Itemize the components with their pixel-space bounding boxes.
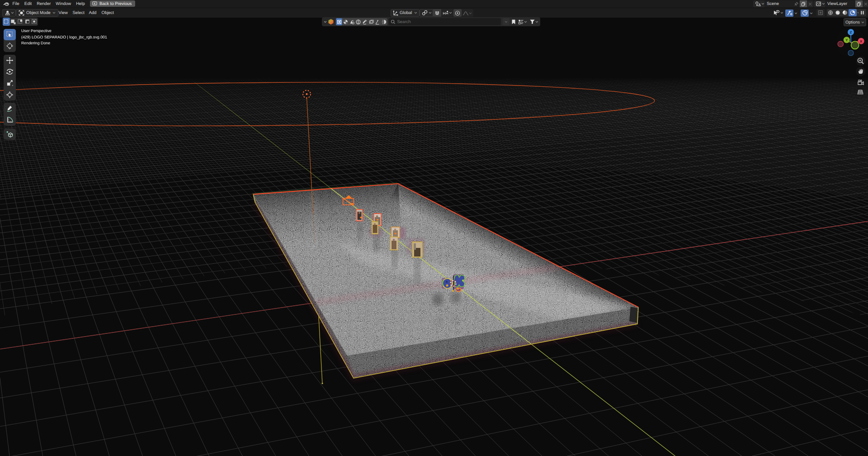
svg-text:X: X: [860, 39, 863, 43]
svg-text:Z: Z: [850, 30, 852, 34]
svg-text:Y: Y: [845, 38, 848, 42]
